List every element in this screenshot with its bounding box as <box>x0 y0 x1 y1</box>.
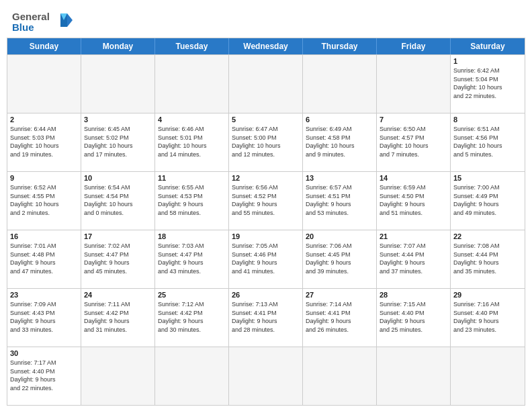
day-info: Sunrise: 6:46 AM Sunset: 5:01 PM Dayligh… <box>158 125 226 158</box>
calendar-day-cell <box>81 55 155 113</box>
day-info: Sunrise: 7:00 AM Sunset: 4:49 PM Dayligh… <box>453 183 522 217</box>
day-info: Sunrise: 6:45 AM Sunset: 5:02 PM Dayligh… <box>84 125 152 158</box>
header: General Blue <box>0 0 532 38</box>
day-info: Sunrise: 6:42 AM Sunset: 5:04 PM Dayligh… <box>453 66 522 100</box>
day-number: 27 <box>306 291 373 299</box>
calendar-day-cell <box>229 347 303 405</box>
calendar-day-cell: 19Sunrise: 7:05 AM Sunset: 4:46 PM Dayli… <box>229 230 303 288</box>
day-number: 8 <box>453 116 522 124</box>
day-info: Sunrise: 6:52 AM Sunset: 4:55 PM Dayligh… <box>10 183 78 217</box>
day-number: 11 <box>158 174 226 182</box>
calendar-day-cell: 2Sunrise: 6:44 AM Sunset: 5:03 PM Daylig… <box>7 113 81 171</box>
day-number: 26 <box>232 291 300 299</box>
day-number: 14 <box>380 174 447 182</box>
day-info: Sunrise: 7:11 AM Sunset: 4:42 PM Dayligh… <box>84 300 152 334</box>
calendar-day-cell: 7Sunrise: 6:50 AM Sunset: 4:57 PM Daylig… <box>377 113 451 171</box>
calendar-day-cell: 25Sunrise: 7:12 AM Sunset: 4:42 PM Dayli… <box>155 289 229 347</box>
calendar-page: General Blue SundayMondayTuesdayWednesda… <box>0 0 532 411</box>
day-info: Sunrise: 7:03 AM Sunset: 4:47 PM Dayligh… <box>158 242 226 275</box>
calendar-week-row: 2Sunrise: 6:44 AM Sunset: 5:03 PM Daylig… <box>7 113 525 171</box>
calendar-day-cell <box>155 55 229 113</box>
calendar-day-cell: 28Sunrise: 7:15 AM Sunset: 4:40 PM Dayli… <box>377 289 451 347</box>
calendar-day-cell: 8Sunrise: 6:51 AM Sunset: 4:56 PM Daylig… <box>451 113 525 171</box>
day-info: Sunrise: 7:12 AM Sunset: 4:42 PM Dayligh… <box>158 300 226 334</box>
calendar-day-cell <box>155 347 229 405</box>
calendar-day-cell: 4Sunrise: 6:46 AM Sunset: 5:01 PM Daylig… <box>155 113 229 171</box>
day-number: 5 <box>232 116 300 124</box>
day-number: 3 <box>84 116 152 124</box>
calendar: SundayMondayTuesdayWednesdayThursdayFrid… <box>7 38 525 406</box>
day-info: Sunrise: 6:50 AM Sunset: 4:57 PM Dayligh… <box>380 125 447 158</box>
svg-text:Blue: Blue <box>12 21 34 33</box>
day-info: Sunrise: 7:06 AM Sunset: 4:45 PM Dayligh… <box>306 242 373 275</box>
day-number: 17 <box>84 232 152 240</box>
calendar-day-cell: 20Sunrise: 7:06 AM Sunset: 4:45 PM Dayli… <box>303 230 377 288</box>
calendar-week-row: 1Sunrise: 6:42 AM Sunset: 5:04 PM Daylig… <box>7 54 525 113</box>
calendar-day-cell: 26Sunrise: 7:13 AM Sunset: 4:41 PM Dayli… <box>229 289 303 347</box>
logo-graphic: General Blue <box>12 8 73 34</box>
calendar-week-row: 30Sunrise: 7:17 AM Sunset: 4:40 PM Dayli… <box>7 347 525 405</box>
day-info: Sunrise: 7:02 AM Sunset: 4:47 PM Dayligh… <box>84 242 152 275</box>
day-info: Sunrise: 7:09 AM Sunset: 4:43 PM Dayligh… <box>10 300 78 334</box>
calendar-day-cell: 27Sunrise: 7:14 AM Sunset: 4:41 PM Dayli… <box>303 289 377 347</box>
calendar-day-cell: 10Sunrise: 6:54 AM Sunset: 4:54 PM Dayli… <box>81 172 155 230</box>
day-number: 20 <box>306 232 373 240</box>
calendar-header-cell: Tuesday <box>155 38 229 54</box>
day-number: 30 <box>10 349 78 357</box>
day-number: 23 <box>10 291 78 299</box>
calendar-day-cell <box>377 347 451 405</box>
calendar-header-cell: Monday <box>81 38 155 54</box>
calendar-day-cell <box>303 347 377 405</box>
calendar-day-cell: 30Sunrise: 7:17 AM Sunset: 4:40 PM Dayli… <box>7 347 81 405</box>
day-info: Sunrise: 6:44 AM Sunset: 5:03 PM Dayligh… <box>10 125 78 158</box>
day-number: 12 <box>232 174 300 182</box>
day-info: Sunrise: 6:57 AM Sunset: 4:51 PM Dayligh… <box>306 183 373 217</box>
day-info: Sunrise: 6:54 AM Sunset: 4:54 PM Dayligh… <box>84 183 152 217</box>
calendar-day-cell: 12Sunrise: 6:56 AM Sunset: 4:52 PM Dayli… <box>229 172 303 230</box>
calendar-day-cell <box>303 55 377 113</box>
day-info: Sunrise: 7:15 AM Sunset: 4:40 PM Dayligh… <box>380 300 447 334</box>
calendar-day-cell: 6Sunrise: 6:49 AM Sunset: 4:58 PM Daylig… <box>303 113 377 171</box>
day-number: 24 <box>84 291 152 299</box>
calendar-day-cell: 13Sunrise: 6:57 AM Sunset: 4:51 PM Dayli… <box>303 172 377 230</box>
calendar-day-cell: 17Sunrise: 7:02 AM Sunset: 4:47 PM Dayli… <box>81 230 155 288</box>
day-number: 28 <box>380 291 447 299</box>
day-info: Sunrise: 6:49 AM Sunset: 4:58 PM Dayligh… <box>306 125 373 158</box>
calendar-header-row: SundayMondayTuesdayWednesdayThursdayFrid… <box>7 38 525 54</box>
day-info: Sunrise: 7:16 AM Sunset: 4:40 PM Dayligh… <box>453 300 522 334</box>
day-number: 16 <box>10 232 78 240</box>
day-info: Sunrise: 6:51 AM Sunset: 4:56 PM Dayligh… <box>453 125 522 158</box>
calendar-header-cell: Saturday <box>451 38 525 54</box>
day-info: Sunrise: 7:08 AM Sunset: 4:44 PM Dayligh… <box>453 242 522 275</box>
calendar-day-cell: 15Sunrise: 7:00 AM Sunset: 4:49 PM Dayli… <box>451 172 525 230</box>
calendar-week-row: 9Sunrise: 6:52 AM Sunset: 4:55 PM Daylig… <box>7 171 525 230</box>
day-number: 9 <box>10 174 78 182</box>
calendar-day-cell <box>377 55 451 113</box>
day-number: 13 <box>306 174 373 182</box>
calendar-header-cell: Thursday <box>303 38 377 54</box>
calendar-body: 1Sunrise: 6:42 AM Sunset: 5:04 PM Daylig… <box>7 54 525 405</box>
logo: General Blue <box>12 8 73 34</box>
day-info: Sunrise: 7:05 AM Sunset: 4:46 PM Dayligh… <box>232 242 300 275</box>
day-info: Sunrise: 7:13 AM Sunset: 4:41 PM Dayligh… <box>232 300 300 334</box>
calendar-day-cell: 1Sunrise: 6:42 AM Sunset: 5:04 PM Daylig… <box>451 55 525 113</box>
day-info: Sunrise: 7:07 AM Sunset: 4:44 PM Dayligh… <box>380 242 447 275</box>
day-number: 10 <box>84 174 152 182</box>
svg-marker-5 <box>67 13 73 27</box>
calendar-day-cell <box>451 347 525 405</box>
day-number: 21 <box>380 232 447 240</box>
day-number: 4 <box>158 116 226 124</box>
calendar-header-cell: Wednesday <box>229 38 303 54</box>
day-info: Sunrise: 6:47 AM Sunset: 5:00 PM Dayligh… <box>232 125 300 158</box>
calendar-day-cell: 22Sunrise: 7:08 AM Sunset: 4:44 PM Dayli… <box>451 230 525 288</box>
calendar-day-cell: 11Sunrise: 6:55 AM Sunset: 4:53 PM Dayli… <box>155 172 229 230</box>
day-number: 2 <box>10 116 78 124</box>
svg-text:General: General <box>12 11 50 22</box>
day-number: 25 <box>158 291 226 299</box>
calendar-header-cell: Friday <box>377 38 451 54</box>
calendar-header-cell: Sunday <box>7 38 81 54</box>
calendar-week-row: 16Sunrise: 7:01 AM Sunset: 4:48 PM Dayli… <box>7 230 525 288</box>
calendar-day-cell <box>7 55 81 113</box>
calendar-day-cell: 21Sunrise: 7:07 AM Sunset: 4:44 PM Dayli… <box>377 230 451 288</box>
day-number: 7 <box>380 116 447 124</box>
